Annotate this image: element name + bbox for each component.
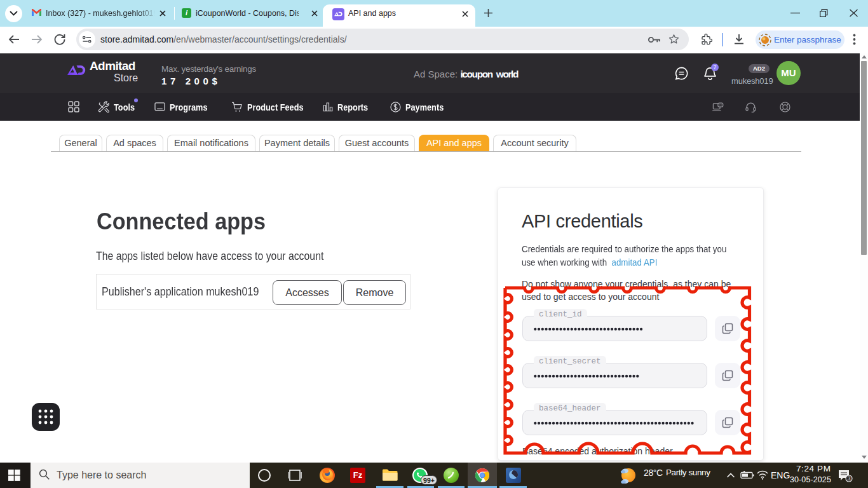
svg-text:3: 3 (848, 475, 851, 482)
